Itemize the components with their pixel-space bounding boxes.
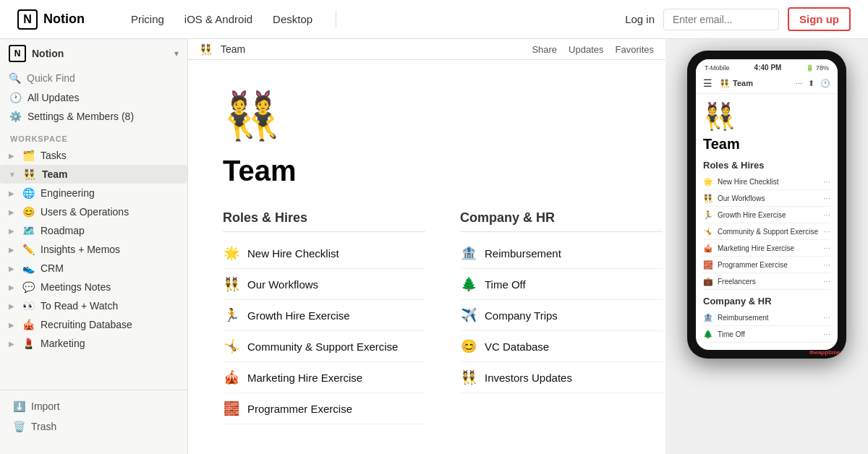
crm-label: CRM: [41, 262, 64, 274]
sidebar-item-recruiting[interactable]: ▶ 🎪 Recruiting Database: [0, 315, 187, 334]
phone-list-item-4[interactable]: 🎪Marketing Hire Exercise ···: [703, 240, 830, 257]
meetings-icon: 💬: [22, 281, 35, 293]
phone-status-bar: T-Mobile 4:40 PM 🔋 78%: [696, 59, 838, 73]
notion-logo[interactable]: N Notion: [17, 9, 85, 30]
list-item-reimbursement[interactable]: 🏦 Reimbursement: [460, 238, 663, 269]
phone-list-item-6[interactable]: 💼Freelancers ···: [703, 273, 830, 290]
phone-item-emoji-6: 💼: [703, 277, 713, 286]
phone-item-menu-1[interactable]: ···: [823, 193, 830, 203]
phone-item-menu-0[interactable]: ···: [823, 176, 830, 187]
phone-company-text-1: Time Off: [718, 330, 745, 338]
sidebar-item-engineering[interactable]: ▶ 🌐 Engineering: [0, 184, 187, 202]
favorites-button[interactable]: Favorites: [616, 44, 654, 55]
phone-company-menu-1[interactable]: ···: [823, 329, 830, 339]
quick-find-button[interactable]: 🔍 Quick Find: [0, 68, 187, 88]
list-item-investors-updates[interactable]: 👯 Investors Updates: [460, 362, 663, 393]
signup-button[interactable]: Sign up: [788, 7, 851, 31]
roadmap-icon: 🗺️: [22, 225, 35, 236]
nav-link-pricing[interactable]: Pricing: [131, 13, 164, 25]
notion-logo-text: Notion: [43, 12, 85, 27]
quick-find-label: Quick Find: [27, 72, 75, 84]
sidebar-item-insights[interactable]: ▶ ✏️ Insights + Memos: [0, 240, 187, 259]
phone-list-item-5[interactable]: 🧱Programmer Exercise ···: [703, 257, 830, 273]
page-topbar: 👯 Team Share Updates Favorites: [188, 39, 665, 60]
phone-company-item-0[interactable]: 🏦Reimbursement ···: [703, 309, 830, 326]
phone-list-item-3[interactable]: 🤸Community & Support Exercise ···: [703, 223, 830, 240]
share-button[interactable]: Share: [532, 44, 557, 55]
list-item-programmer-exercise[interactable]: 🧱 Programmer Exercise: [223, 393, 425, 424]
list-item-community-support[interactable]: 🤸 Community & Support Exercise: [223, 331, 425, 362]
phone-item-menu-4[interactable]: ···: [823, 243, 830, 253]
nav-right: Log in Sign up: [625, 7, 851, 31]
nav-link-ios-android[interactable]: iOS & Android: [184, 13, 252, 25]
sidebar: N Notion ▾ 🔍 Quick Find 🕐 All Updates ⚙️…: [0, 39, 188, 454]
phone-item-menu-6[interactable]: ···: [823, 276, 830, 286]
nav-divider: [336, 11, 336, 28]
chevron-icon-toread: ▶: [9, 302, 14, 310]
roles-hires-section: Roles & Hires 🌟 New Hire Checklist 👯 Our…: [223, 210, 425, 424]
trash-button[interactable]: 🗑️ Trash: [10, 416, 177, 437]
list-item-new-hire[interactable]: 🌟 New Hire Checklist: [223, 238, 425, 269]
engineering-label: Engineering: [41, 187, 95, 199]
phone-toolbar-actions: ··· ⬆ 🕐: [796, 79, 830, 88]
list-item-growth-hire[interactable]: 🏃 Growth Hire Exercise: [223, 300, 425, 331]
phone-list-item-1[interactable]: 👯Our Workflows ···: [703, 190, 830, 207]
sidebar-item-toread[interactable]: ▶ 👀 To Read + Watch: [0, 296, 187, 315]
sidebar-item-team[interactable]: ▼ 👯 Team: [0, 165, 187, 184]
phone-clock-icon[interactable]: 🕐: [820, 79, 830, 88]
phone-item-text-0: New Hire Checklist: [718, 178, 778, 186]
import-button[interactable]: ⬇️ Import: [10, 396, 177, 416]
list-item-our-workflows[interactable]: 👯 Our Workflows: [223, 269, 425, 300]
phone-item-text-3: Community & Support Exercise: [718, 228, 818, 236]
toread-label: To Read + Watch: [41, 300, 118, 312]
nav-link-desktop[interactable]: Desktop: [273, 13, 312, 25]
phone-share-icon[interactable]: ⬆: [808, 79, 814, 88]
phone-company-menu-0[interactable]: ···: [823, 312, 830, 322]
roles-hires-title: Roles & Hires: [223, 210, 425, 232]
phone-item-menu-5[interactable]: ···: [823, 260, 830, 270]
email-input[interactable]: [663, 9, 779, 30]
trash-label: Trash: [31, 421, 56, 432]
list-item-time-off[interactable]: 🌲 Time Off: [460, 269, 663, 300]
chevron-icon-engineering: ▶: [9, 189, 14, 197]
marketing-label: Marketing: [41, 338, 85, 349]
sidebar-item-marketing[interactable]: ▶ 💄 Marketing: [0, 334, 187, 353]
list-item-company-trips[interactable]: ✈️ Company Trips: [460, 300, 663, 331]
phone-list-item-0[interactable]: 🌟New Hire Checklist ···: [703, 174, 830, 190]
sidebar-item-users-ops[interactable]: ▶ 😊 Users & Operations: [0, 202, 187, 221]
sidebar-item-roadmap[interactable]: ▶ 🗺️ Roadmap: [0, 221, 187, 240]
sidebar-item-settings[interactable]: ⚙️ Settings & Members (8): [0, 107, 187, 126]
phone-company-section: Company & HR 🏦Reimbursement ··· 🌲Time Of…: [703, 296, 830, 343]
phone-title-emoji: 👯: [720, 79, 730, 88]
users-ops-icon: 😊: [22, 206, 35, 218]
chevron-icon-roadmap: ▶: [9, 227, 14, 235]
phone-company-item-1[interactable]: 🌲Time Off ···: [703, 326, 830, 343]
phone-item-emoji-1: 👯: [703, 194, 713, 203]
login-button[interactable]: Log in: [625, 13, 655, 25]
phone-item-menu-2[interactable]: ···: [823, 210, 830, 220]
phone-screen: T-Mobile 4:40 PM 🔋 78% ☰ 👯 Team ···: [696, 59, 838, 350]
roadmap-label: Roadmap: [41, 225, 85, 236]
main-layout: N Notion ▾ 🔍 Quick Find 🕐 All Updates ⚙️…: [0, 39, 868, 454]
notion-logo-icon: N: [17, 9, 38, 30]
list-item-marketing-hire[interactable]: 🎪 Marketing Hire Exercise: [223, 362, 425, 393]
workspace-header[interactable]: N Notion ▾: [0, 39, 187, 68]
phone-company-emoji-1: 🌲: [703, 330, 713, 339]
sidebar-item-all-updates[interactable]: 🕐 All Updates: [0, 88, 187, 107]
phone-item-menu-3[interactable]: ···: [823, 226, 830, 236]
updates-button[interactable]: Updates: [569, 44, 603, 55]
phone-list-item-2[interactable]: 🏃Growth Hire Exercise ···: [703, 207, 830, 223]
phone-battery: 🔋 78%: [806, 64, 829, 72]
phone-item-text-4: Marketing Hire Exercise: [718, 244, 794, 252]
sidebar-item-tasks[interactable]: ▶ 🗂️ Tasks: [0, 146, 187, 165]
phone-time: 4:40 PM: [754, 64, 782, 72]
recruiting-label: Recruiting Database: [41, 319, 132, 330]
phone-more-icon[interactable]: ···: [796, 79, 802, 88]
phone-menu-icon[interactable]: ☰: [703, 77, 712, 89]
sidebar-item-meetings[interactable]: ▶ 💬 Meetings Notes: [0, 278, 187, 296]
watermark: theapptimes: [809, 349, 838, 350]
company-hr-title: Company & HR: [460, 210, 663, 232]
tasks-label: Tasks: [41, 150, 67, 161]
sidebar-item-crm[interactable]: ▶ 👟 CRM: [0, 259, 187, 278]
list-item-vc-database[interactable]: 😊 VC Database: [460, 331, 663, 362]
